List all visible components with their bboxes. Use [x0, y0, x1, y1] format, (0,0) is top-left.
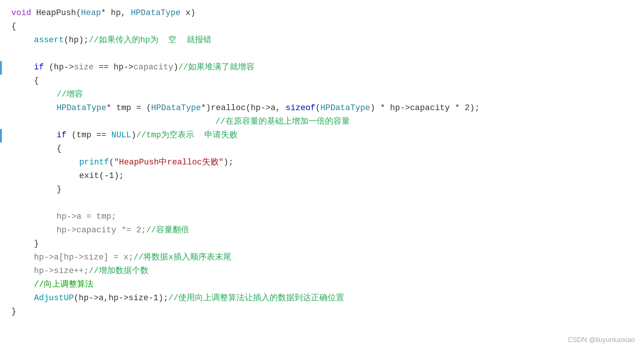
code-token: HPDataType — [57, 102, 106, 115]
line-indicator — [0, 75, 3, 88]
code-token: //tmp为空表示 申请失败 — [136, 129, 237, 142]
code-line — [0, 197, 644, 210]
code-token: if — [57, 129, 66, 142]
code-token: HPDataType — [131, 7, 181, 20]
line-indicator — [0, 48, 3, 61]
code-line — [0, 48, 644, 61]
code-token: //在原容量的基础上增加一倍的容量 — [11, 115, 350, 128]
code-line: hp->capacity *= 2;//容量翻倍 — [0, 224, 644, 238]
code-token: } — [34, 238, 39, 250]
code-line: printf("HeapPush中realloc失败"); — [0, 156, 644, 170]
code-token: void — [11, 7, 36, 20]
code-token: (hp->a,hp->size-1); — [74, 292, 169, 305]
line-indicator — [0, 88, 3, 102]
code-token: AdjustUP — [34, 292, 74, 305]
code-token: ( — [76, 7, 81, 20]
code-token: { — [11, 20, 16, 33]
line-indicator — [0, 238, 3, 251]
line-indicator — [0, 224, 3, 238]
code-token: ); — [224, 156, 233, 169]
code-token: ) * hp->capacity * 2); — [370, 102, 480, 115]
code-token: //容量翻倍 — [146, 224, 189, 237]
code-line: if (tmp == NULL)//tmp为空表示 申请失败 — [0, 129, 644, 143]
code-line: { — [0, 143, 644, 156]
line-indicator — [0, 292, 3, 305]
code-token: (hp-> — [44, 61, 74, 74]
code-token: HPDataType — [320, 102, 370, 115]
code-line: } — [0, 238, 644, 251]
code-token: } — [57, 183, 61, 196]
line-indicator — [0, 7, 3, 20]
code-token: if — [34, 61, 44, 74]
line-indicator — [0, 197, 3, 210]
code-token: *)realloc(hp->a, — [201, 102, 285, 115]
code-line: } — [0, 305, 644, 319]
line-indicator — [0, 183, 3, 197]
code-container: void HeapPush(Heap* hp, HPDataType x){as… — [0, 0, 644, 350]
code-line: { — [0, 75, 644, 88]
code-token: printf — [79, 156, 109, 169]
code-line: if (hp->size == hp->capacity)//如果堆满了就增容 — [0, 61, 644, 75]
code-token: Heap — [81, 7, 101, 20]
line-indicator — [0, 143, 3, 156]
code-token: (tmp == — [66, 129, 111, 142]
code-token: (hp); — [64, 34, 89, 47]
code-line: //增容 — [0, 88, 644, 102]
code-token: ) — [173, 61, 178, 74]
code-token: { — [57, 143, 61, 155]
code-line: } — [0, 183, 644, 197]
code-token: sizeof — [285, 102, 315, 115]
code-token: * tmp = ( — [106, 102, 151, 115]
code-token: //向上调整算法 — [34, 278, 94, 291]
code-token: } — [11, 305, 16, 318]
code-token: //如果传入的hp为 空 就报错 — [89, 34, 212, 47]
line-indicator — [0, 170, 3, 183]
code-line: exit(-1); — [0, 170, 644, 183]
code-token: hp->size++; — [34, 265, 89, 278]
code-token: ) — [131, 129, 136, 142]
code-token: ( — [109, 156, 114, 169]
line-indicator — [0, 305, 3, 319]
line-indicator — [0, 210, 3, 224]
code-line: //在原容量的基础上增加一倍的容量 — [0, 115, 644, 129]
code-token: HeapPush — [36, 7, 76, 20]
code-token: ( — [316, 102, 320, 115]
code-token: HPDataType — [151, 102, 201, 115]
code-line: hp->a = tmp; — [0, 210, 644, 224]
code-token: * hp, — [101, 7, 131, 20]
code-token: //增容 — [57, 88, 83, 101]
line-indicator — [0, 129, 2, 143]
line-indicator — [0, 34, 3, 48]
code-line: assert(hp);//如果传入的hp为 空 就报错 — [0, 34, 644, 48]
code-token: hp->a[hp->size] = x; — [34, 251, 133, 264]
code-token: assert — [34, 34, 64, 47]
code-line: //向上调整算法 — [0, 278, 644, 292]
code-line: HPDataType* tmp = (HPDataType*)realloc(h… — [0, 102, 644, 115]
line-indicator — [0, 265, 3, 278]
code-token: exit — [79, 170, 99, 183]
code-line: { — [0, 20, 644, 34]
code-token: { — [34, 75, 39, 88]
code-line: void HeapPush(Heap* hp, HPDataType x) — [0, 7, 644, 20]
code-token: //如果堆满了就增容 — [178, 61, 255, 74]
code-token: capacity — [133, 61, 173, 74]
code-token: size — [74, 61, 94, 74]
code-token: //增加数据个数 — [89, 265, 148, 278]
line-indicator — [0, 61, 2, 75]
watermark: CSDN @liuyunluoxiao — [568, 335, 635, 345]
code-line: hp->a[hp->size] = x;//将数据x插入顺序表末尾 — [0, 251, 644, 265]
code-token: //将数据x插入顺序表末尾 — [133, 251, 232, 264]
code-line: AdjustUP(hp->a,hp->size-1);//使用向上调整算法让插入… — [0, 292, 644, 305]
line-indicator — [0, 115, 3, 129]
code-token: (-1); — [99, 170, 124, 183]
line-indicator — [0, 251, 3, 265]
code-token: x) — [181, 7, 196, 20]
code-token: NULL — [111, 129, 131, 142]
line-indicator — [0, 156, 3, 170]
line-indicator — [0, 102, 3, 115]
code-token: "HeapPush中realloc失败" — [114, 156, 223, 169]
line-indicator — [0, 20, 3, 34]
line-indicator — [0, 278, 3, 292]
code-line: hp->size++;//增加数据个数 — [0, 265, 644, 278]
code-token: == hp-> — [94, 61, 133, 74]
